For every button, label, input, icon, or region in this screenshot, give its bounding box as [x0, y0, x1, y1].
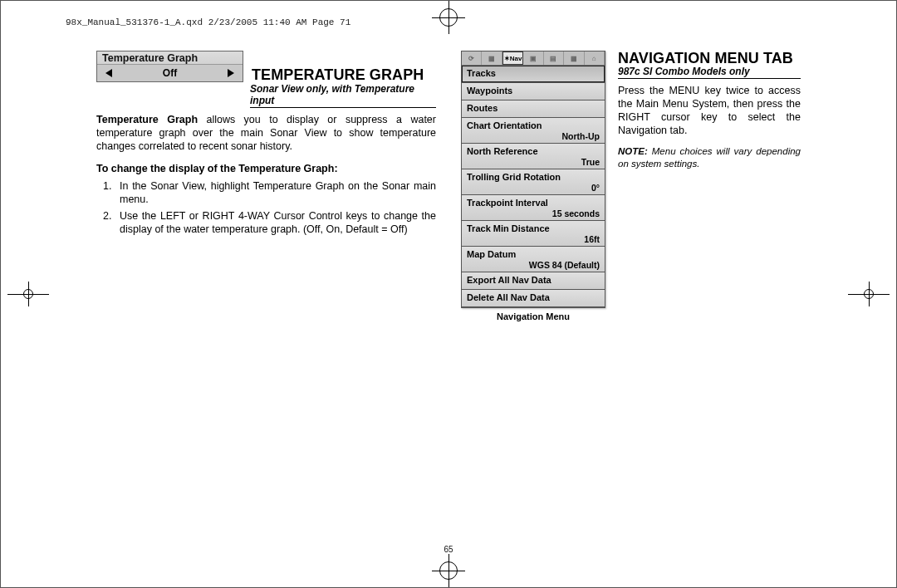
side-mark-left	[7, 282, 49, 306]
right-column: ⟳▦✶Nav▣▤▦⌂ TracksWaypointsRoutesChart Or…	[461, 51, 801, 537]
device-row-value: 16ft	[467, 233, 600, 244]
side-mark-right	[848, 282, 890, 306]
device-menu-row[interactable]: Delete All Nav Data	[462, 290, 605, 307]
print-job-header: 98x_Manual_531376-1_A.qxd 2/23/2005 11:4…	[66, 17, 350, 27]
intro-paragraph: Temperature Graph allows you to display …	[96, 113, 436, 153]
device-menu-row[interactable]: Export All Nav Data	[462, 272, 605, 290]
device-caption: Navigation Menu	[461, 311, 605, 321]
arrow-left-icon[interactable]	[105, 69, 112, 77]
navmenu-intro: Press the MENU key twice to access the M…	[618, 84, 801, 137]
device-row-label: Routes	[467, 103, 498, 113]
device-row-value: North-Up	[467, 130, 600, 141]
device-menu-row[interactable]: Trolling Grid Rotation0°	[462, 169, 605, 195]
device-tab[interactable]: ⌂	[585, 51, 605, 65]
device-row-label: Trolling Grid Rotation	[467, 172, 561, 182]
arrow-right-icon[interactable]	[228, 69, 234, 77]
step-2: Use the LEFT or RIGHT 4-WAY Cursor Contr…	[115, 209, 436, 236]
device-row-value: True	[467, 156, 600, 167]
crop-mark-bottom	[432, 554, 465, 587]
device-menu-row[interactable]: Waypoints	[462, 83, 605, 100]
section-subtitle-temperature: Sonar View only, with Temperature input	[250, 83, 436, 108]
section-title-temperature: TEMPERATURE GRAPH	[252, 67, 424, 82]
step-1: In the Sonar View, highlight Temperature…	[115, 179, 436, 206]
device-tab[interactable]: ▦	[564, 51, 584, 65]
device-row-label: Waypoints	[467, 86, 512, 96]
device-tab[interactable]: ▣	[523, 51, 543, 65]
page-number: 65	[444, 545, 453, 554]
device-menu-row[interactable]: Tracks	[462, 66, 605, 83]
navigation-menu-device: ⟳▦✶Nav▣▤▦⌂ TracksWaypointsRoutesChart Or…	[461, 51, 605, 308]
widget-value: Off	[163, 67, 177, 79]
device-tab[interactable]: ▦	[482, 51, 502, 65]
device-menu-row[interactable]: Chart OrientationNorth-Up	[462, 118, 605, 144]
device-row-label: Track Min Distance	[467, 223, 550, 233]
device-tab[interactable]: ▤	[544, 51, 564, 65]
navmenu-note: NOTE: Menu choices will vary depending o…	[618, 145, 801, 170]
device-row-value: WGS 84 (Default)	[467, 259, 600, 270]
device-menu-row[interactable]: Routes	[462, 100, 605, 118]
device-row-value: 15 seconds	[467, 208, 600, 218]
note-label: NOTE:	[618, 146, 648, 156]
intro-bold: Temperature Graph	[96, 114, 198, 125]
device-menu-row[interactable]: Trackpoint Interval15 seconds	[462, 195, 605, 221]
device-row-value: 0°	[467, 182, 600, 193]
howto-steps: In the Sonar View, highlight Temperature…	[115, 179, 436, 236]
howto-heading: To change the display of the Temperature…	[96, 163, 436, 174]
device-tab-bar: ⟳▦✶Nav▣▤▦⌂	[462, 51, 605, 66]
device-tab[interactable]: ✶Nav	[502, 51, 523, 65]
device-row-label: Trackpoint Interval	[467, 198, 548, 208]
device-row-label: Export All Nav Data	[467, 275, 551, 285]
device-row-label: Delete All Nav Data	[467, 292, 550, 302]
device-row-label: Map Datum	[467, 249, 516, 259]
device-row-label: Tracks	[467, 68, 496, 78]
crop-mark-top	[432, 1, 465, 34]
device-row-label: Chart Orientation	[467, 120, 542, 130]
device-row-label: North Reference	[467, 146, 538, 156]
manual-page: 98x_Manual_531376-1_A.qxd 2/23/2005 11:4…	[0, 0, 897, 588]
widget-value-row[interactable]: Off	[97, 64, 243, 81]
device-menu-row[interactable]: Map DatumWGS 84 (Default)	[462, 247, 605, 272]
section-title-navmenu: NAVIGATION MENU TAB	[618, 51, 801, 66]
device-menu-row[interactable]: North ReferenceTrue	[462, 144, 605, 169]
device-menu-row[interactable]: Track Min Distance16ft	[462, 221, 605, 247]
left-column: Temperature Graph Off TEMPERATURE GRAPH …	[96, 51, 436, 537]
section-subtitle-navmenu: 987c SI Combo Models only	[618, 66, 801, 79]
temperature-graph-widget: Temperature Graph Off	[96, 51, 243, 82]
device-tab[interactable]: ⟳	[462, 51, 482, 65]
widget-title: Temperature Graph	[97, 51, 243, 64]
